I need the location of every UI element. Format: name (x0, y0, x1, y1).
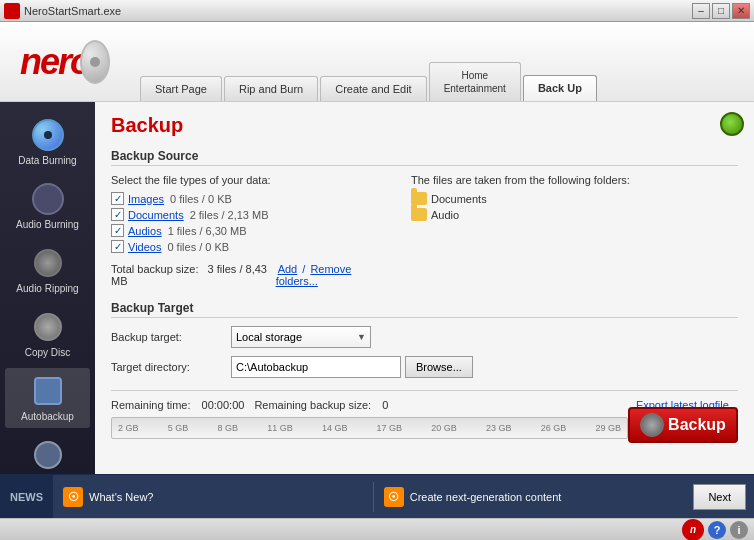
sidebar-label-audio-burning: Audio Burning (16, 219, 79, 231)
green-status-button[interactable] (720, 112, 744, 136)
tab-start-page[interactable]: Start Page (140, 76, 222, 101)
help-icon[interactable]: ? (708, 521, 726, 539)
folder-item-audio: Audio (411, 208, 738, 221)
page-title: Backup (111, 114, 738, 137)
nero-brand: nero (10, 32, 130, 92)
remaining-time-item: Remaining time: 00:00:00 (111, 399, 244, 411)
file-item-audios: Audios 1 files / 6,30 MB (111, 224, 391, 237)
news-text-1: What's New? (89, 491, 153, 503)
tab-create-edit[interactable]: Create and Edit (320, 76, 426, 101)
folder-item-documents: Documents (411, 192, 738, 205)
progress-wrapper: 2 GB 5 GB 8 GB 11 GB 14 GB 17 GB 20 GB 2… (111, 417, 738, 439)
audios-link[interactable]: Audios (128, 225, 162, 237)
progress-bar-labels: 2 GB 5 GB 8 GB 11 GB 14 GB 17 GB 20 GB 2… (116, 423, 623, 433)
bar-label-23gb: 23 GB (486, 423, 512, 433)
audio-burning-icon (32, 183, 64, 215)
bar-label-14gb: 14 GB (322, 423, 348, 433)
close-button[interactable]: ✕ (732, 3, 750, 19)
source-description: Select the file types of your data: (111, 174, 391, 186)
autobackup-icon (34, 377, 62, 405)
app-icon (4, 3, 20, 19)
bar-label-17gb: 17 GB (377, 423, 403, 433)
folder-name-audio: Audio (431, 209, 459, 221)
main-content: Backup Backup Source Select the file typ… (95, 102, 754, 474)
total-label: Total backup size: 3 files / 8,43 MB (111, 263, 276, 287)
bar-label-29gb: 29 GB (595, 423, 621, 433)
news-item-1[interactable]: ☉ What's New? (53, 487, 373, 507)
file-item-images: Images 0 files / 0 KB (111, 192, 391, 205)
images-link[interactable]: Images (128, 193, 164, 205)
logo-disc-icon (80, 40, 110, 84)
backup-target-section: Backup Target Backup target: Local stora… (111, 301, 738, 378)
news-text-2: Create next-generation content (410, 491, 562, 503)
progress-area: Remaining time: 00:00:00 Remaining backu… (111, 390, 738, 439)
add-remove-links: Add / Remove folders... (276, 263, 391, 287)
sidebar-item-data-burning[interactable]: Data Burning (5, 112, 90, 172)
backup-button-icon (640, 413, 664, 437)
bar-label-20gb: 20 GB (431, 423, 457, 433)
sidebar-item-copy-disc[interactable]: Copy Disc (5, 304, 90, 364)
play-file-icon (34, 441, 62, 469)
backup-button[interactable]: Backup (628, 407, 738, 443)
backup-source-section: Backup Source Select the file types of y… (111, 149, 738, 287)
backup-source-title: Backup Source (111, 149, 738, 166)
target-label: Backup target: (111, 331, 231, 343)
target-row: Backup target: Local storage (111, 326, 738, 348)
news-bar: NEWS ☉ What's New? ☉ Create next-generat… (0, 474, 754, 518)
tab-back-up[interactable]: Back Up (523, 75, 597, 101)
content-area: Data Burning Audio Burning Audio Ripping… (0, 102, 754, 474)
sidebar-label-data-burning: Data Burning (18, 155, 76, 167)
source-right-panel: The files are taken from the following f… (411, 174, 738, 287)
checkbox-audios[interactable] (111, 224, 124, 237)
backup-button-label: Backup (668, 416, 726, 434)
checkbox-documents[interactable] (111, 208, 124, 221)
progress-bar: 2 GB 5 GB 8 GB 11 GB 14 GB 17 GB 20 GB 2… (111, 417, 628, 439)
remaining-time-value: 00:00:00 (202, 399, 245, 411)
browse-button[interactable]: Browse... (405, 356, 473, 378)
window-footer: n ? i (0, 518, 754, 540)
rss-icon-1: ☉ (63, 487, 83, 507)
data-burning-icon (32, 119, 64, 151)
sidebar-label-audio-ripping: Audio Ripping (16, 283, 78, 295)
audios-size: 1 files / 6,30 MB (168, 225, 247, 237)
folder-name-documents: Documents (431, 193, 487, 205)
directory-input[interactable] (231, 356, 401, 378)
sidebar-item-play-file[interactable]: Play File (5, 432, 90, 474)
directory-label: Target directory: (111, 361, 231, 373)
tab-home-entertainment[interactable]: HomeEntertainment (429, 62, 521, 101)
nero-footer-icon: n (682, 519, 704, 541)
news-item-2[interactable]: ☉ Create next-generation content (374, 487, 694, 507)
minimize-button[interactable]: – (692, 3, 710, 19)
title-bar: NeroStartSmart.exe – □ ✕ (0, 0, 754, 22)
copy-disc-icon (34, 313, 62, 341)
target-select-wrapper: Local storage (231, 326, 371, 348)
sidebar: Data Burning Audio Burning Audio Ripping… (0, 102, 95, 474)
remaining-size-item: Remaining backup size: 0 (254, 399, 388, 411)
videos-link[interactable]: Videos (128, 241, 161, 253)
checkbox-images[interactable] (111, 192, 124, 205)
sidebar-item-audio-ripping[interactable]: Audio Ripping (5, 240, 90, 300)
add-folders-link[interactable]: Add (278, 263, 298, 275)
sidebar-item-audio-burning[interactable]: Audio Burning (5, 176, 90, 236)
images-size: 0 files / 0 KB (170, 193, 232, 205)
file-item-documents: Documents 2 files / 2,13 MB (111, 208, 391, 221)
news-label: NEWS (0, 475, 53, 518)
info-icon[interactable]: i (730, 521, 748, 539)
maximize-button[interactable]: □ (712, 3, 730, 19)
documents-link[interactable]: Documents (128, 209, 184, 221)
source-content-row: Select the file types of your data: Imag… (111, 174, 738, 287)
videos-size: 0 files / 0 KB (167, 241, 229, 253)
total-row: Total backup size: 3 files / 8,43 MB Add… (111, 259, 391, 287)
sidebar-item-autobackup[interactable]: Autobackup (5, 368, 90, 428)
tab-rip-burn[interactable]: Rip and Burn (224, 76, 318, 101)
bar-label-2gb: 2 GB (118, 423, 139, 433)
main-window: nero Start Page Rip and Burn Create and … (0, 22, 754, 540)
bar-label-8gb: 8 GB (217, 423, 238, 433)
rss-icon-2: ☉ (384, 487, 404, 507)
next-button[interactable]: Next (693, 484, 746, 510)
sidebar-label-autobackup: Autobackup (21, 411, 74, 423)
title-bar-text: NeroStartSmart.exe (24, 5, 692, 17)
backup-target-title: Backup Target (111, 301, 738, 318)
target-select[interactable]: Local storage (231, 326, 371, 348)
checkbox-videos[interactable] (111, 240, 124, 253)
